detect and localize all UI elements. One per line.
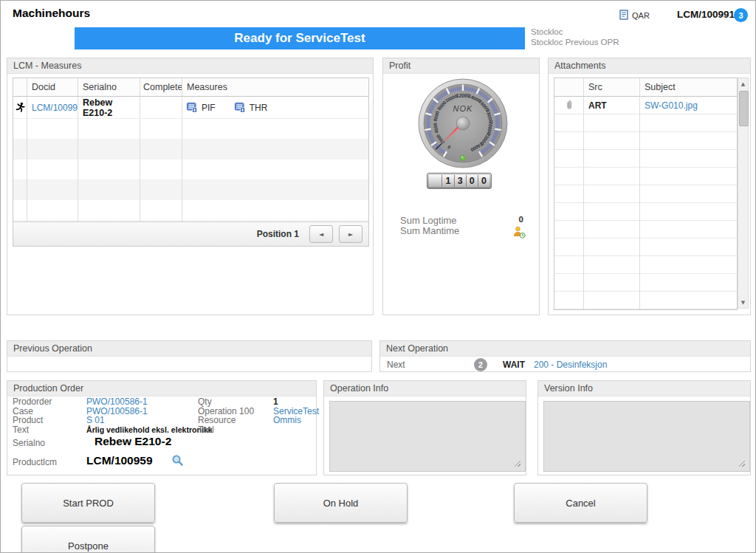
resource-link[interactable]: Ommis — [273, 415, 301, 425]
attachment-row[interactable]: SW-G010.jpg — [640, 97, 737, 114]
col-rowicon — [13, 78, 27, 97]
measure-thr[interactable]: THR — [235, 103, 268, 113]
measure-thr-label: THR — [250, 103, 268, 113]
product-link[interactable]: S 01 — [86, 415, 105, 425]
col-clip — [554, 78, 584, 97]
running-man-icon — [13, 97, 27, 119]
position-prev-button[interactable]: ◄ — [309, 225, 333, 243]
lcm-measures-title: LCM - Measures — [7, 58, 373, 74]
arrow-right-icon: ► — [348, 231, 353, 238]
col-docid: Docid — [27, 78, 78, 97]
header-count-badge: 3 — [734, 8, 748, 22]
next-operation-panel: Next Operation Next 2 WAIT 200 - Desinfe… — [379, 340, 751, 372]
col-measures: Measures — [182, 78, 368, 97]
page-title: Machinehours — [13, 7, 90, 20]
col-serialno: Serialno — [78, 78, 140, 97]
measures-table-footer: Position 1 ◄ ► — [13, 221, 368, 246]
previous-operation-panel: Previous Operation — [7, 340, 372, 372]
odometer-digit: 1 — [441, 175, 453, 187]
header-doc-id: LCM/100991 — [677, 9, 735, 20]
text-label: Text — [13, 425, 29, 435]
attachment-subject-link[interactable]: SW-G010.jpg — [645, 100, 698, 111]
measures-row-complete — [140, 97, 182, 119]
text-value: Årlig vedlikehold eksl. elektronikk — [86, 425, 213, 434]
production-order-title: Production Order — [7, 381, 316, 396]
previous-operation-title: Previous Operation — [7, 341, 371, 357]
col-src: Src — [584, 78, 640, 97]
measure-pif[interactable]: PIF — [187, 103, 216, 113]
qar-button[interactable]: QAR — [619, 10, 650, 21]
arrow-left-icon: ◄ — [319, 231, 323, 238]
scroll-down-button[interactable]: ▼ — [738, 297, 748, 308]
on-hold-button[interactable]: On Hold — [274, 483, 408, 523]
qar-label: QAR — [632, 11, 650, 20]
odometer-digit — [429, 175, 441, 187]
tool-label: Tool — [198, 425, 214, 435]
odometer-digit: 0 — [478, 175, 489, 187]
profit-odometer: 1 3 0 0 — [427, 173, 492, 189]
profit-panel: Profit 020004000600080001000012000140001… — [382, 58, 540, 315]
triangle-up-icon: ▲ — [741, 81, 745, 87]
attachments-title: Attachments — [549, 58, 750, 74]
position-label: Position 1 — [257, 229, 299, 239]
measure-pif-label: PIF — [202, 103, 216, 113]
attachment-src: ART — [584, 97, 640, 114]
attachments-table: Src Subject ART SW-G010.jpg — [554, 78, 738, 310]
serialno-value: Rebew E210-2 — [94, 435, 171, 448]
next-operation-badge: 2 — [474, 358, 487, 371]
start-prod-button[interactable]: Start PROD — [21, 483, 155, 523]
postpone-button[interactable]: Postpone — [21, 526, 155, 553]
lcm-measures-panel: LCM - Measures Docid Serialno Complete M… — [7, 58, 374, 315]
version-info-panel: Version Info — [537, 380, 751, 475]
profit-gauge: 0200040006000800010000120001400016000180… — [383, 72, 540, 171]
sum-logtime-label: Sum Logtime — [400, 216, 459, 226]
measures-row-serialno: Rebew E210-2 — [78, 97, 140, 119]
attachments-panel: Attachments Src Subject ART SW-G010.jpg — [548, 58, 751, 315]
position-next-button[interactable]: ► — [339, 225, 362, 243]
odometer-digit: 0 — [466, 175, 478, 187]
operation-info-title: Operation Info — [324, 381, 526, 396]
form-plus-icon — [187, 103, 197, 112]
triangle-down-icon: ▼ — [741, 300, 745, 306]
measures-table: Docid Serialno Complete Measures — [13, 78, 369, 247]
col-subject: Subject — [640, 78, 737, 97]
col-complete: Complete — [140, 78, 182, 97]
measures-row-docid: LCM/100991 — [27, 97, 78, 119]
odometer-digit: 3 — [454, 175, 466, 187]
next-operation-link[interactable]: 200 - Desinfeksjon — [534, 360, 607, 370]
document-icon — [619, 10, 628, 21]
form-plus-icon — [235, 103, 245, 112]
docid-link[interactable]: LCM/100991 — [32, 103, 78, 113]
scrollbar-thumb[interactable] — [739, 91, 749, 126]
version-info-title: Version Info — [538, 381, 750, 396]
search-icon[interactable] — [171, 454, 184, 470]
production-order-panel: Production Order Prodorder PWO/100586-1 … — [7, 380, 317, 475]
scroll-up-button[interactable]: ▲ — [738, 78, 748, 89]
person-clock-icon[interactable] — [513, 226, 526, 241]
next-operation-status: WAIT — [503, 360, 525, 370]
stockloc-line1: Stockloc — [531, 27, 619, 37]
version-info-textarea[interactable] — [543, 401, 750, 472]
operation-info-textarea[interactable] — [329, 401, 526, 472]
svg-text:NOK: NOK — [453, 104, 473, 113]
next-operation-title: Next Operation — [380, 341, 750, 357]
operation-info-panel: Operation Info — [323, 380, 526, 475]
productlcm-value: LCM/100959 — [86, 454, 153, 467]
serialno-label: Serialno — [13, 438, 45, 448]
next-label: Next — [387, 360, 405, 370]
paperclip-icon — [554, 97, 584, 114]
sum-logtime-value: 0 — [501, 215, 523, 224]
attachments-scrollbar[interactable]: ▲ ▼ — [738, 78, 749, 309]
stockloc-info: Stockloc Stockloc Previous OPR — [531, 27, 619, 47]
status-banner: Ready for ServiceTest — [75, 27, 525, 49]
measures-row-measures: PIF THR — [182, 97, 368, 119]
cancel-button[interactable]: Cancel — [514, 483, 647, 523]
productlcm-label: Productlcm — [13, 457, 57, 467]
stockloc-line2: Stockloc Previous OPR — [531, 37, 619, 47]
sum-mantime-label: Sum Mantime — [400, 226, 459, 236]
machinehours-screen: Machinehours QAR LCM/100991 3 Ready for … — [0, 0, 756, 553]
